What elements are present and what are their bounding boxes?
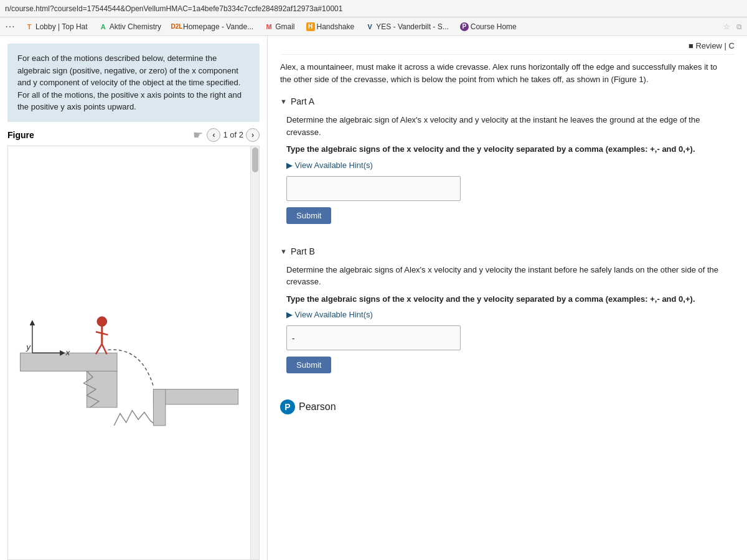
part-a-instruction: Type the algebraic signs of the x veloci… [286, 143, 735, 156]
part-b-section: ▼ Part B Determine the algebraic signs o… [280, 244, 735, 383]
figure-section: Figure ☛ ‹ 1 of 2 › [0, 122, 267, 561]
svg-point-8 [97, 316, 107, 326]
bookmark-aktiv[interactable]: A Aktiv Chemistry [95, 21, 165, 32]
figure-canvas: y x [7, 146, 260, 561]
star-icon[interactable]: ☆ [723, 22, 730, 31]
part-b-arrow: ▼ [280, 248, 287, 255]
figure-svg: y x [8, 146, 259, 560]
bookmark-handshake[interactable]: H Handshake [303, 21, 359, 32]
dots-icon: ⋯ [5, 21, 15, 32]
bookmark-d2l[interactable]: D2L Homepage - Vande... [169, 21, 257, 32]
svg-rect-2 [87, 371, 117, 407]
bookmark-gmail[interactable]: M Gmail [261, 21, 298, 32]
figure-header: Figure ☛ ‹ 1 of 2 › [7, 122, 260, 146]
part-a-arrow: ▼ [280, 98, 287, 105]
svg-rect-13 [153, 389, 165, 425]
left-panel: For each of the motions described below,… [0, 36, 268, 560]
part-a-label: Part A [291, 96, 314, 106]
lobby-icon: T [25, 22, 34, 31]
pearson-label: Pearson [299, 401, 336, 413]
part-b-hint-link[interactable]: ▶ View Available Hint(s) [286, 310, 735, 319]
part-b-header[interactable]: ▼ Part B [280, 244, 735, 259]
main-content: For each of the motions described below,… [0, 36, 747, 560]
course-home-label: Course Home [471, 22, 517, 31]
part-a-submit-button[interactable]: Submit [286, 207, 331, 224]
bookmark-lobby[interactable]: T Lobby | Top Hat [21, 21, 92, 32]
review-link[interactable]: ■ Review | C [280, 36, 735, 55]
part-a-hint-link[interactable]: ▶ View Available Hint(s) [286, 161, 735, 170]
url-text: n/course.html?courseId=17544544&OpenVell… [5, 4, 342, 13]
gmail-icon: M [265, 22, 273, 31]
bookmark-course-home[interactable]: P Course Home [456, 21, 520, 32]
part-b-question: Determine the algebraic signs of Alex's … [286, 264, 735, 288]
part-a-section: ▼ Part A Determine the algebraic sign of… [280, 94, 735, 233]
course-home-icon: P [460, 22, 469, 31]
prev-figure-button[interactable]: ‹ [207, 128, 220, 142]
browser-icons: ☆ ⧉ [723, 22, 742, 31]
scrollbar[interactable] [250, 146, 259, 560]
d2l-icon: D2L [172, 22, 181, 31]
part-b-body: Determine the algebraic signs of Alex's … [280, 259, 735, 383]
right-panel: ■ Review | C Alex, a mountaineer, must m… [268, 36, 747, 560]
handshake-icon: H [306, 22, 315, 31]
figure-title: Figure [7, 130, 34, 140]
yes-icon: V [365, 22, 374, 31]
scroll-thumb [252, 147, 258, 172]
bookmarks-bar: ⋯ T Lobby | Top Hat A Aktiv Chemistry D2… [0, 17, 747, 36]
figure-nav: ‹ 1 of 2 › [207, 128, 260, 142]
svg-rect-3 [153, 389, 238, 404]
figure-count: 1 of 2 [223, 130, 243, 139]
svg-text:y: y [26, 342, 31, 352]
scenario-text: Alex, a mountaineer, must make it across… [280, 61, 735, 85]
part-a-input[interactable] [286, 176, 461, 201]
address-bar: n/course.html?courseId=17544544&OpenVell… [0, 0, 747, 17]
problem-description: For each of the motions described below,… [7, 44, 260, 122]
part-a-header[interactable]: ▼ Part A [280, 94, 735, 109]
part-b-submit-button[interactable]: Submit [286, 357, 331, 373]
pearson-logo: P Pearson [280, 393, 735, 418]
aktiv-icon: A [99, 22, 108, 31]
part-b-input[interactable] [286, 325, 461, 350]
ext-icon[interactable]: ⧉ [736, 22, 742, 31]
figure-nav-controls: ☛ ‹ 1 of 2 › [193, 128, 260, 142]
part-b-label: Part B [291, 246, 315, 256]
part-a-body: Determine the algebraic sign of Alex's x… [280, 109, 735, 233]
part-b-instruction: Type the algebraic signs of the x veloci… [286, 293, 735, 306]
pearson-icon: P [280, 399, 295, 414]
svg-text:x: x [65, 348, 70, 357]
bookmark-yes[interactable]: V YES - Vanderbilt - S... [362, 21, 453, 32]
part-a-question: Determine the algebraic sign of Alex's x… [286, 114, 735, 138]
next-figure-button[interactable]: › [246, 128, 260, 142]
hand-cursor-icon: ☛ [193, 128, 203, 142]
